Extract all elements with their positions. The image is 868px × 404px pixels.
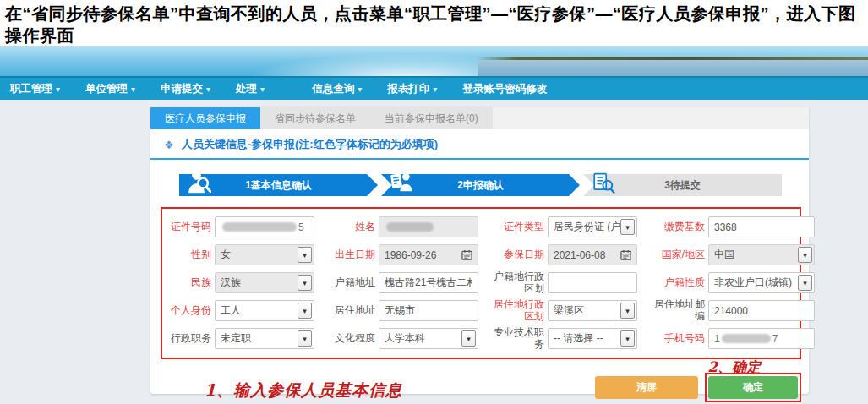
menu-item-application-submit[interactable]: 申请提交 <box>161 82 210 96</box>
hukou-address-label: 户籍地址 <box>323 277 375 289</box>
diamond-cluster-icon: ❖ <box>164 139 174 151</box>
menu-item-process[interactable]: 处理 <box>236 82 265 96</box>
form-row-2: 性别 女 出生日期 1986-09-26 参保日期 2 <box>164 241 798 269</box>
calendar-icon[interactable] <box>620 249 631 260</box>
main-menu-bar: 职工管理 单位管理 申请提交 处理 信息查询 报表打印 登录账号密码修改 <box>0 76 868 100</box>
country-select[interactable]: 中国 <box>708 244 815 265</box>
field-enroll-date: 参保日期 2021-06-08 <box>478 244 637 265</box>
gender-select[interactable]: 女 <box>215 244 314 265</box>
professional-title-select[interactable]: -- 请选择 -- <box>548 328 637 349</box>
personal-identity-label: 个人身份 <box>167 305 211 317</box>
chevron-down-icon[interactable] <box>298 330 312 347</box>
payment-base-input[interactable] <box>708 216 815 237</box>
id-number-label: 证件号码 <box>167 221 211 233</box>
page-background: 医疗人员参保申报 省同步待参保名单 当前参保申报名单(0) ❖ 人员关键信息-参… <box>0 100 868 404</box>
id-number-input[interactable]: 5 <box>215 216 314 237</box>
tab-province-pending-list[interactable]: 省同步待参保名单 <box>260 107 370 129</box>
confirm-highlight-box: 确定 <box>705 373 801 402</box>
form-row-5: 行政职务 未定职 文化程度 大学本科 专业技术职务 - <box>164 325 798 352</box>
field-residence-address: 居住地址 <box>314 300 478 321</box>
payment-base-label: 缴费基数 <box>646 221 705 233</box>
chevron-down-icon[interactable] <box>298 275 312 291</box>
birth-date-input[interactable]: 1986-09-26 <box>379 244 478 265</box>
admin-duty-label: 行政职务 <box>167 333 211 345</box>
redacted-blur <box>386 222 434 232</box>
field-hukou-type: 户籍性质 非农业户口(城镇) <box>637 272 815 293</box>
chevron-down-icon <box>433 83 437 95</box>
residence-region-label: 居住地行政区划 <box>487 299 544 323</box>
field-mobile: 手机号码 1 7 <box>637 328 815 349</box>
menu-item-unit-management[interactable]: 单位管理 <box>85 82 135 96</box>
admin-duty-select[interactable]: 未定职 <box>215 328 314 349</box>
chevron-down-icon[interactable] <box>620 330 635 347</box>
step-1-basic-info-confirm: 1基本信息确认 <box>179 174 378 196</box>
main-panel: 医疗人员参保申报 省同步待参保名单 当前参保申报名单(0) ❖ 人员关键信息-参… <box>150 107 809 394</box>
field-residence-region: 居住地行政区划 梁溪区 <box>478 299 637 323</box>
enroll-date-label: 参保日期 <box>487 249 544 261</box>
enroll-date-input[interactable]: 2021-06-08 <box>548 244 637 265</box>
chevron-down-icon <box>56 83 60 95</box>
mobile-label: 手机号码 <box>646 333 705 345</box>
menu-item-account-password[interactable]: 登录账号密码修改 <box>462 82 547 96</box>
confirm-button[interactable]: 确定 <box>708 376 798 399</box>
tab-current-declaration-list[interactable]: 当前参保申报名单(0) <box>370 107 493 129</box>
tab-medical-staff-enrollment[interactable]: 医疗人员参保申报 <box>150 107 260 129</box>
hukou-region-label: 户籍地行政区划 <box>487 271 544 295</box>
chevron-down-icon[interactable] <box>298 303 312 319</box>
field-residence-zip: 居住地址邮编 <box>637 299 815 323</box>
education-select[interactable]: 大学本科 <box>379 328 478 349</box>
residence-zip-input[interactable] <box>708 300 815 321</box>
residence-address-label: 居住地址 <box>323 305 375 317</box>
field-payment-base: 缴费基数 <box>637 216 815 237</box>
field-gender: 性别 女 <box>167 244 314 265</box>
chevron-down-icon[interactable] <box>798 275 812 291</box>
form-row-4: 个人身份 工人 居住地址 居住地行政区划 梁溪区 <box>164 297 798 325</box>
clear-button[interactable]: 清屏 <box>595 376 698 399</box>
personal-identity-select[interactable]: 工人 <box>215 300 314 321</box>
chevron-down-icon[interactable] <box>461 330 476 347</box>
field-professional-title: 专业技术职务 -- 请选择 -- <box>478 327 637 351</box>
field-ethnicity: 民族 汉族 <box>167 272 314 293</box>
calendar-icon[interactable] <box>461 249 472 260</box>
hukou-address-input[interactable] <box>379 272 478 293</box>
hukou-region-input[interactable] <box>548 272 637 293</box>
menu-item-staff-management[interactable]: 职工管理 <box>10 82 60 96</box>
professional-title-label: 专业技术职务 <box>487 327 544 351</box>
field-education: 文化程度 大学本科 <box>314 328 478 349</box>
form-footer: 1、输入参保人员基本信息 2、确定 清屏 确定 <box>161 359 801 404</box>
gender-label: 性别 <box>167 249 211 261</box>
chevron-down-icon[interactable] <box>620 219 635 235</box>
residence-region-select[interactable]: 梁溪区 <box>548 300 637 321</box>
name-label: 姓名 <box>323 221 375 233</box>
mobile-input[interactable]: 1 7 <box>708 328 815 349</box>
lake-photo-banner <box>0 46 868 76</box>
action-buttons: 清屏 确定 <box>595 373 801 402</box>
field-birth-date: 出生日期 1986-09-26 <box>314 244 478 265</box>
step-3-pending-submit: 3待提交 <box>583 174 782 196</box>
form-highlight-box: 证件号码 5 姓名 证件类型 居民身份证 (户口簿 <box>161 207 801 359</box>
field-id-type: 证件类型 居民身份证 (户口簿 <box>478 216 637 237</box>
hukou-type-select[interactable]: 非农业户口(城镇) <box>708 272 815 293</box>
chevron-down-icon[interactable] <box>298 247 312 263</box>
annotation-input-hint: 1、输入参保人员基本信息 <box>205 379 402 401</box>
chevron-down-icon <box>206 83 210 95</box>
document-search-icon <box>592 170 615 196</box>
chevron-down-icon[interactable] <box>620 303 635 319</box>
menu-item-report-print[interactable]: 报表打印 <box>387 82 437 96</box>
field-name: 姓名 <box>314 216 478 237</box>
field-hukou-region: 户籍地行政区划 <box>478 271 637 295</box>
section-title: 人员关键信息-参保申报(注:红色字体标记的为必填项) <box>182 137 438 152</box>
chevron-down-icon <box>131 83 135 95</box>
residence-address-input[interactable] <box>379 300 478 321</box>
instruction-text: 在“省同步待参保名单”中查询不到的人员，点击菜单“职工管理”—“医疗参保”—“医… <box>0 0 868 46</box>
step-wizard: 1基本信息确认 2申报确认 <box>179 174 782 196</box>
field-hukou-address: 户籍地址 <box>314 272 478 293</box>
form-row-1: 证件号码 5 姓名 证件类型 居民身份证 (户口簿 <box>164 213 798 241</box>
name-input[interactable] <box>379 216 478 237</box>
id-type-select[interactable]: 居民身份证 (户口簿 <box>548 216 637 237</box>
redacted-blur <box>222 222 297 232</box>
chevron-down-icon[interactable] <box>798 247 812 263</box>
ethnicity-select[interactable]: 汉族 <box>215 272 314 293</box>
menu-item-info-query[interactable]: 信息查询 <box>312 82 362 96</box>
form-row-3: 民族 汉族 户籍地址 户籍地行政区划 户籍性质 <box>164 269 798 297</box>
